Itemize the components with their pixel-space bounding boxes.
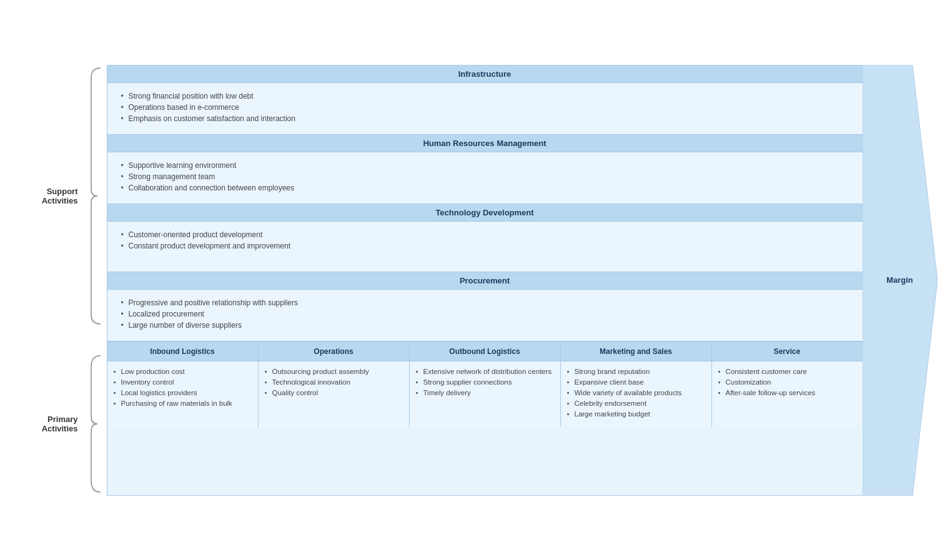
infrastructure-header: Infrastructure <box>107 66 863 83</box>
inbound-header: Inbound Logistics <box>107 342 258 361</box>
list-item: Quality control <box>264 389 404 396</box>
list-item: Operations based in e-commerce <box>120 103 850 112</box>
outbound-list: Extensive network of distribution center… <box>415 368 555 396</box>
tech-list: Customer-oriented product development Co… <box>120 230 850 250</box>
marketing-body: Strong brand reputation Expansive client… <box>561 361 711 427</box>
hr-section: Human Resources Management Supportive le… <box>107 135 863 204</box>
outbound-body: Extensive network of distribution center… <box>410 361 560 427</box>
support-activities-label: Support Activities <box>13 65 82 352</box>
list-item: Localized procurement <box>120 310 850 318</box>
list-item: Customization <box>717 378 858 386</box>
primary-brace <box>88 352 107 496</box>
value-chain-diagram: Support Activities Primary Activities In… <box>13 46 938 514</box>
inbound-col: Inbound Logistics Low production cost In… <box>107 342 259 427</box>
list-item: Strong supplier connections <box>415 378 555 386</box>
operations-body: Outsourcing product assembly Technologic… <box>259 361 409 427</box>
list-item: After-sale follow-up services <box>717 389 858 396</box>
list-item: Strong financial position with low debt <box>120 92 850 101</box>
tech-body: Customer-oriented product development Co… <box>107 222 863 272</box>
service-header: Service <box>712 342 863 361</box>
outbound-col: Outbound Logistics Extensive network of … <box>410 342 561 427</box>
service-body: Consistent customer care Customization A… <box>712 361 863 427</box>
marketing-list: Strong brand reputation Expansive client… <box>566 368 706 418</box>
list-item: Low production cost <box>112 368 253 375</box>
list-item: Inventory control <box>112 378 253 386</box>
procurement-body: Progressive and positive relationship wi… <box>107 290 863 341</box>
operations-col: Operations Outsourcing product assembly … <box>259 342 410 427</box>
list-item: Progressive and positive relationship wi… <box>120 298 850 307</box>
list-item: Extensive network of distribution center… <box>415 368 555 375</box>
infrastructure-section: Infrastructure Strong financial position… <box>107 66 863 135</box>
list-item: Purchasing of raw materials in bulk <box>112 400 253 407</box>
list-item: Consistent customer care <box>717 368 858 375</box>
infrastructure-body: Strong financial position with low debt … <box>107 83 863 134</box>
list-item: Celebrity endorsement <box>566 400 706 407</box>
tech-header: Technology Development <box>107 204 863 222</box>
list-item: Collaboration and connection between emp… <box>120 184 850 192</box>
procurement-list: Progressive and positive relationship wi… <box>120 298 850 330</box>
list-item: Constant product development and improve… <box>120 242 850 250</box>
operations-header: Operations <box>259 342 409 361</box>
procurement-header: Procurement <box>107 272 863 290</box>
hr-body: Supportive learning environment Strong m… <box>107 152 863 204</box>
list-item: Strong management team <box>120 172 850 181</box>
list-item: Outsourcing product assembly <box>264 368 404 375</box>
list-item: Supportive learning environment <box>120 161 850 170</box>
margin-label: Margin <box>886 275 913 285</box>
braces <box>88 65 107 496</box>
margin-arrow: Margin <box>863 65 938 496</box>
support-brace <box>88 65 107 352</box>
primary-activities-label: Primary Activities <box>13 352 82 496</box>
list-item: Strong brand reputation <box>566 368 706 375</box>
margin-arrow-wrapper: Margin <box>863 65 938 496</box>
list-item: Timely delivery <box>415 389 555 396</box>
procurement-section: Procurement Progressive and positive rel… <box>107 272 863 341</box>
list-item: Customer-oriented product development <box>120 230 850 239</box>
list-item: Technological innovation <box>264 378 404 386</box>
inbound-list: Low production cost Inventory control Lo… <box>112 368 253 407</box>
list-item: Large marketing budget <box>566 410 706 418</box>
service-list: Consistent customer care Customization A… <box>717 368 858 396</box>
outbound-header: Outbound Logistics <box>410 342 560 361</box>
list-item: Expansive client base <box>566 378 706 386</box>
marketing-col: Marketing and Sales Strong brand reputat… <box>561 342 712 427</box>
list-item: Local logistics providers <box>112 389 253 396</box>
hr-header: Human Resources Management <box>107 135 863 152</box>
left-labels: Support Activities Primary Activities <box>13 65 88 496</box>
service-col: Service Consistent customer care Customi… <box>712 342 863 427</box>
tech-section: Technology Development Customer-oriented… <box>107 204 863 272</box>
primary-activities-row: Inbound Logistics Low production cost In… <box>107 341 863 427</box>
main-grid: Infrastructure Strong financial position… <box>107 65 863 496</box>
list-item: Large number of diverse suppliers <box>120 321 850 330</box>
inbound-body: Low production cost Inventory control Lo… <box>107 361 258 427</box>
marketing-header: Marketing and Sales <box>561 342 711 361</box>
list-item: Wide variety of available products <box>566 389 706 396</box>
infrastructure-list: Strong financial position with low debt … <box>120 92 850 123</box>
operations-list: Outsourcing product assembly Technologic… <box>264 368 404 396</box>
list-item: Emphasis on customer satisfaction and in… <box>120 114 850 123</box>
hr-list: Supportive learning environment Strong m… <box>120 161 850 192</box>
